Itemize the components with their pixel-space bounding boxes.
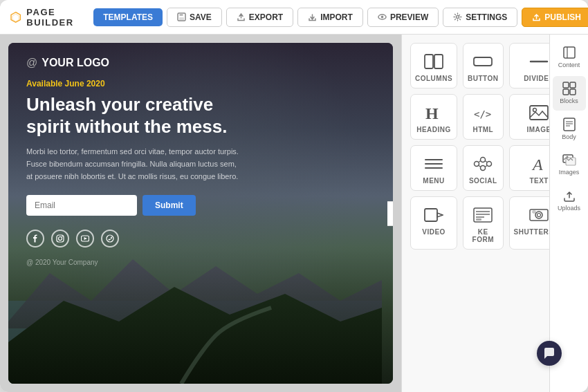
block-item-video[interactable]: VIDEO (410, 196, 457, 250)
text-icon: A (529, 154, 549, 174)
svg-marker-15 (84, 237, 88, 240)
block-item-image[interactable]: IMAGE (509, 94, 549, 140)
svg-rect-3 (180, 13, 183, 16)
import-button[interactable]: IMPORT (297, 8, 363, 27)
content-icon (562, 46, 576, 59)
text-label: TEXT (529, 177, 549, 185)
save-icon (177, 12, 186, 21)
svg-rect-46 (476, 218, 481, 221)
svg-marker-41 (437, 213, 443, 217)
blocks-grid: COLUMNS BUTTON DIVIDER (402, 35, 549, 392)
block-item-heading[interactable]: H HEADING (410, 94, 457, 140)
hero-footer: @ 2020 Your Company (26, 259, 375, 266)
divider-label: DIVIDER (524, 75, 549, 82)
header-nav: TEMPLATES SAVE EXPORT IMPORT PREVIEW SET… (93, 8, 588, 27)
images-label: Images (559, 169, 580, 176)
sidebar-item-content[interactable]: Content (553, 40, 586, 75)
block-item-social[interactable]: SOCIAL (463, 145, 503, 191)
columns-icon (424, 52, 443, 71)
header-logo: PAGE BUILDER (10, 7, 80, 28)
hero-form: Submit (26, 195, 375, 216)
html-label: HTML (472, 126, 493, 133)
social-label: SOCIAL (469, 177, 497, 185)
block-item-menu[interactable]: MENU (410, 145, 457, 191)
main-body: @ YOUR LOGO Available June 2020 Unleash … (0, 35, 588, 392)
button-label: BUTTON (468, 75, 498, 82)
export-button[interactable]: EXPORT (226, 8, 293, 27)
header-title: PAGE BUILDER (26, 7, 80, 28)
settings-icon (453, 12, 462, 21)
menu-label: MENU (423, 177, 444, 185)
blocks-grid-inner: COLUMNS BUTTON DIVIDER (410, 43, 541, 250)
button-icon (473, 52, 493, 71)
svg-point-16 (107, 235, 113, 242)
facebook-icon[interactable] (26, 230, 44, 248)
templates-button[interactable]: TEMPLATES (93, 8, 163, 26)
sidebar-item-blocks[interactable]: Blocks (553, 76, 586, 111)
ke-form-icon (473, 205, 493, 225)
svg-rect-21 (434, 55, 443, 68)
sidebar-item-uploads[interactable]: Uploads (553, 183, 586, 218)
export-icon (237, 12, 246, 21)
instagram-icon[interactable] (51, 230, 69, 248)
panel-collapse-toggle[interactable]: ‹ (387, 201, 393, 226)
side-icons: Content Blocks Body Images Uploads (549, 35, 588, 392)
youtube-icon[interactable] (76, 230, 94, 248)
hero-body: Morbi leo tortor, fermentum sed orci vit… (26, 146, 241, 183)
sidebar-item-images[interactable]: Images (553, 147, 586, 182)
video-label: VIDEO (422, 228, 445, 236)
svg-rect-50 (533, 211, 535, 213)
sidebar-item-body[interactable]: Body (553, 112, 586, 147)
submit-button[interactable]: Submit (143, 195, 196, 216)
blocks-label: Blocks (560, 97, 578, 105)
social-icons (26, 230, 375, 248)
hero-logo: @ YOUR LOGO (26, 57, 375, 69)
svg-rect-40 (425, 209, 437, 221)
block-item-divider[interactable]: DIVIDER (509, 43, 549, 88)
settings-button[interactable]: SETTINGS (443, 8, 517, 27)
social-icon-block (473, 154, 493, 174)
uploads-label: Uploads (558, 205, 580, 212)
svg-rect-53 (563, 82, 569, 88)
divider-icon (529, 52, 549, 71)
whatsapp-icon[interactable] (101, 230, 119, 248)
columns-label: COLUMNS (415, 75, 452, 82)
svg-rect-22 (474, 57, 492, 66)
preview-button[interactable]: PREVIEW (367, 8, 439, 27)
block-item-ke-form[interactable]: KE FORM (463, 196, 503, 250)
svg-marker-1 (12, 14, 19, 21)
svg-point-63 (566, 156, 568, 158)
svg-point-12 (59, 237, 62, 241)
svg-text:</>: </> (474, 109, 491, 120)
svg-text:A: A (531, 156, 543, 173)
svg-rect-20 (425, 55, 433, 68)
svg-point-49 (538, 214, 541, 217)
save-button[interactable]: SAVE (167, 8, 222, 27)
image-icon (529, 103, 549, 122)
chat-icon (543, 347, 555, 360)
block-item-text[interactable]: A TEXT (509, 145, 549, 191)
import-icon (308, 12, 317, 21)
block-item-button[interactable]: BUTTON (463, 43, 503, 88)
block-item-columns[interactable]: COLUMNS (410, 43, 457, 88)
hero-logo-text: YOUR LOGO (42, 57, 109, 69)
svg-text:H: H (425, 104, 439, 122)
block-item-html[interactable]: </> HTML (463, 94, 503, 140)
heading-label: HEADING (416, 126, 451, 133)
image-label: IMAGE (527, 126, 549, 133)
html-icon: </> (473, 103, 493, 122)
svg-point-33 (487, 162, 492, 167)
app-window: PAGE BUILDER TEMPLATES SAVE EXPORT IMPOR… (0, 0, 588, 392)
svg-rect-55 (563, 89, 569, 95)
hero-logo-at: @ (26, 57, 37, 69)
hero-content: @ YOUR LOGO Available June 2020 Unleash … (26, 57, 375, 266)
block-item-shutterst[interactable]: SHUTTERST... (509, 196, 549, 250)
svg-point-31 (475, 162, 479, 167)
publish-button[interactable]: PUBLISH (522, 8, 588, 27)
email-input[interactable] (26, 195, 137, 216)
body-icon (562, 118, 576, 131)
svg-rect-57 (564, 118, 575, 131)
right-panel: COLUMNS BUTTON DIVIDER (401, 35, 588, 392)
svg-rect-54 (570, 82, 576, 88)
publish-icon (532, 12, 541, 21)
